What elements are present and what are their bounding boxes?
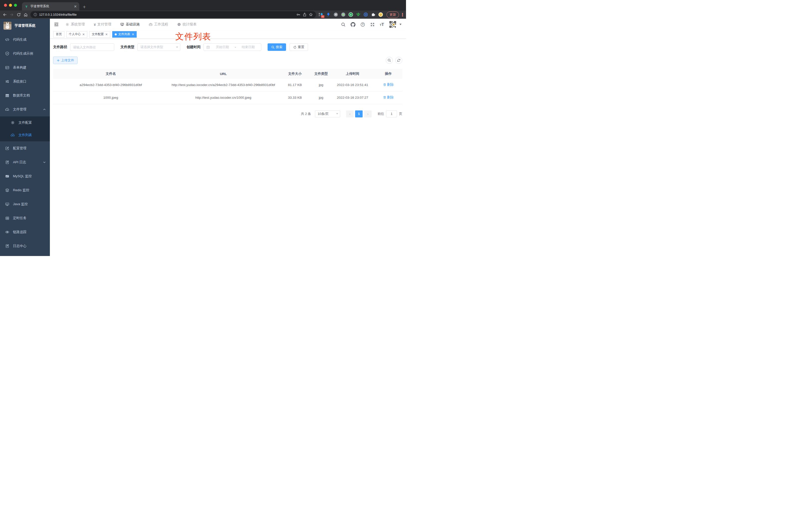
nav-label: 统计报表 — [182, 22, 197, 27]
sidebar-item-java-monitor[interactable]: Java 监控 — [0, 197, 50, 211]
column-header: 文件大小 — [278, 69, 312, 79]
sidebar-item-file-config[interactable]: 文件配置 — [0, 116, 50, 129]
reset-button[interactable]: 重置 — [290, 43, 308, 51]
search-form: 文件路径 文件类型 请选择文件类型 创建时间 开始日期 - 结束日期 — [53, 43, 402, 51]
sidebar-item-code-gen-example[interactable]: 代码生成示例 — [0, 47, 50, 61]
site-info-icon[interactable] — [33, 13, 37, 17]
password-key-icon[interactable] — [296, 12, 300, 17]
refresh-icon — [397, 59, 401, 62]
file-type-select[interactable]: 请选择文件类型 — [137, 43, 180, 51]
extension-icon[interactable] — [326, 12, 331, 17]
fullscreen-icon[interactable] — [370, 22, 375, 27]
table-grid-icon — [5, 93, 9, 98]
user-avatar-qr[interactable] — [389, 21, 397, 28]
forward-icon[interactable] — [9, 12, 14, 17]
close-icon[interactable]: ✕ — [132, 33, 134, 36]
address-bar[interactable]: 127.0.0.1:1024/infra/file/file — [30, 11, 316, 18]
extension-icon[interactable] — [341, 12, 346, 17]
avatar-dropdown-caret[interactable] — [400, 24, 402, 25]
nav-statistics[interactable]: 统计报表 — [177, 22, 197, 27]
search-button[interactable]: 搜索 — [268, 43, 286, 51]
sidebar-item-form-builder[interactable]: 表单构建 — [0, 61, 50, 74]
table-tools — [386, 57, 402, 64]
window-controls[interactable] — [4, 4, 17, 7]
tab-close-icon[interactable]: ✕ — [74, 4, 77, 8]
extension-icon[interactable] — [356, 12, 360, 17]
extension-icon[interactable]: ⌘ — [334, 12, 338, 17]
sidebar-item-code-generation[interactable]: 代码生成 — [0, 33, 50, 47]
sidebar-item-config-management[interactable]: 配置管理 — [0, 141, 50, 155]
goto-page-input[interactable] — [386, 111, 397, 117]
share-icon[interactable] — [302, 12, 307, 17]
search-icon[interactable] — [341, 22, 346, 27]
nav-system-management[interactable]: 系统管理 — [65, 22, 85, 27]
file-path-input[interactable] — [70, 43, 114, 51]
monitor-icon — [5, 202, 9, 206]
upload-file-button[interactable]: 上传文件 — [53, 57, 78, 64]
text-size-icon[interactable]: TT — [380, 23, 384, 27]
prev-page-button[interactable]: ‹ — [346, 111, 354, 117]
sidebar-item-mysql-monitor[interactable]: MySQL 监控 — [0, 169, 50, 183]
page-number-active[interactable]: 1 — [355, 111, 362, 117]
tag-file-list[interactable]: 文件列表 ✕ — [112, 31, 137, 38]
sidebar-item-file-management[interactable]: 文件管理 — [0, 102, 50, 116]
sidebar-item-system-api[interactable]: 系统接口 — [0, 74, 50, 89]
red-annotation-text: 文件列表 — [175, 31, 211, 42]
nav-payment-management[interactable]: ¥ 支付管理 — [94, 22, 111, 27]
reload-icon[interactable] — [17, 12, 21, 17]
svg-text:⌘: ⌘ — [335, 13, 337, 16]
profile-avatar-icon[interactable] — [378, 12, 383, 17]
puzzle-extensions-icon[interactable] — [371, 12, 376, 17]
cell-file-name: 1000.jpeg — [53, 91, 168, 104]
pie-chart-icon — [177, 23, 181, 26]
extension-icon[interactable] — [364, 12, 368, 17]
start-date-placeholder[interactable]: 开始日期 — [212, 45, 233, 49]
extension-icon[interactable]: V — [348, 12, 353, 17]
url-text[interactable]: 127.0.0.1:1024/infra/file/file — [39, 13, 294, 17]
back-icon[interactable] — [2, 12, 7, 17]
home-icon[interactable] — [24, 12, 28, 17]
close-icon[interactable]: ✕ — [82, 33, 85, 36]
sidebar-item-redis-monitor[interactable]: Redis 监控 — [0, 183, 50, 197]
delete-button[interactable]: 删除 — [383, 82, 394, 88]
tag-home[interactable]: 首页 — [53, 31, 64, 38]
column-header: 文件类型 — [312, 69, 331, 79]
extension-icon[interactable]: 11 — [318, 12, 323, 17]
sidebar-item-label: 日志中心 — [13, 244, 26, 248]
browser-update-button[interactable]: 更新 — [386, 11, 399, 18]
date-range-picker[interactable]: 开始日期 - 结束日期 — [203, 43, 261, 51]
sidebar-item-label: 文件列表 — [19, 133, 32, 137]
github-icon[interactable] — [351, 22, 355, 27]
browser-tab[interactable]: 芋道管理系统 ✕ — [22, 2, 79, 10]
show-search-button[interactable] — [386, 57, 393, 64]
page-size-select[interactable]: 10条/页 — [315, 111, 340, 117]
sidebar-item-log-center[interactable]: 日志中心 — [0, 239, 50, 253]
refresh-table-button[interactable] — [395, 57, 402, 64]
document-edit-icon — [5, 160, 9, 164]
close-icon[interactable]: ✕ — [105, 33, 108, 36]
nav-workflow[interactable]: 工作流程 — [149, 22, 168, 27]
tag-profile[interactable]: 个人中心 ✕ — [66, 31, 87, 38]
nav-infrastructure[interactable]: 基础设施 — [120, 22, 140, 27]
zoom-window-button[interactable] — [14, 4, 17, 7]
sidebar-item-trace[interactable]: 链路追踪 — [0, 225, 50, 239]
browser-menu-icon[interactable]: ••• — [402, 13, 404, 17]
bookmark-star-icon[interactable] — [309, 12, 313, 17]
close-window-button[interactable] — [4, 4, 7, 7]
sidebar-item-api-log[interactable]: API 日志 — [0, 155, 50, 169]
delete-button[interactable]: 删除 — [383, 95, 394, 100]
end-date-placeholder[interactable]: 结束日期 — [238, 45, 259, 49]
tag-file-config[interactable]: 文件配置 ✕ — [89, 31, 110, 38]
sidebar-item-label: 链路追踪 — [13, 230, 26, 234]
create-time-label: 创建时间 — [186, 45, 201, 49]
menu-fold-icon[interactable] — [54, 22, 59, 27]
help-icon[interactable]: ? — [360, 22, 365, 27]
sidebar-item-file-list[interactable]: 文件列表 — [0, 129, 50, 141]
nav-label: 工作流程 — [154, 22, 168, 27]
minimize-window-button[interactable] — [9, 4, 12, 7]
new-tab-button[interactable]: + — [83, 4, 86, 9]
sidebar-item-scheduled-tasks[interactable]: 定时任务 — [0, 211, 50, 225]
cell-file-name: a294ecb2-73dd-4353-bf40-296b8931d0bf — [53, 79, 168, 91]
next-page-button[interactable]: › — [364, 111, 372, 117]
sidebar-item-db-doc[interactable]: 数据库文档 — [0, 89, 50, 102]
